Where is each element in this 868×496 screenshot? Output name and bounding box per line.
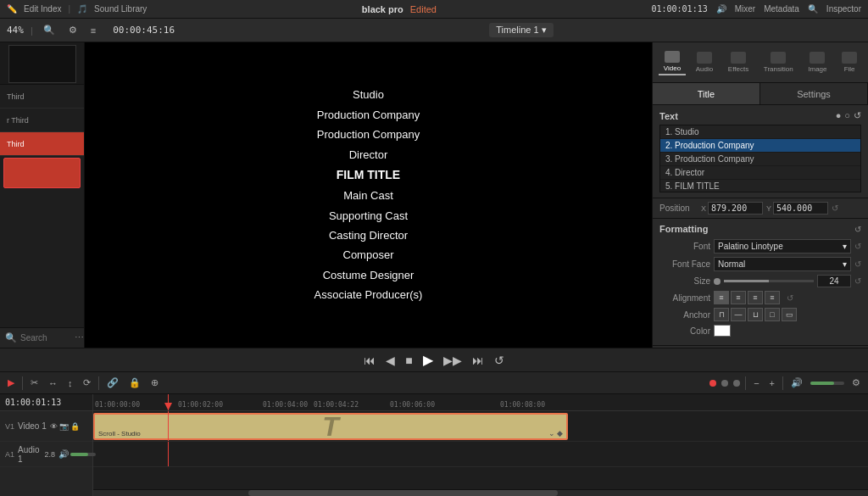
tab-audio[interactable]: Audio <box>691 50 718 75</box>
rewind-btn[interactable]: ◀ <box>386 354 395 367</box>
anchor-btn3[interactable]: ⊔ <box>748 308 763 321</box>
size-slider[interactable] <box>724 280 814 282</box>
pos-x-field: X <box>701 202 763 215</box>
pos-x-input[interactable] <box>708 202 763 215</box>
video-eye-icon[interactable]: 👁 <box>50 422 58 431</box>
font-face-select[interactable]: Normal ▾ <box>714 257 851 271</box>
stop-btn[interactable]: ■ <box>405 354 412 367</box>
tab-image[interactable]: Image <box>803 50 832 75</box>
text-item-2[interactable]: 3. Production Company <box>660 153 860 166</box>
anchor-btn5[interactable]: ▭ <box>782 308 797 321</box>
text-action-reset[interactable]: ↺ <box>854 110 861 121</box>
gear-icon[interactable]: ⚙ <box>65 23 81 37</box>
alignment-reset[interactable]: ↺ <box>787 293 793 303</box>
inspector-label[interactable]: Inspector <box>826 4 861 14</box>
pos-y-input[interactable] <box>773 202 828 215</box>
clip-label: Scroll - Studio <box>98 430 141 437</box>
rp-scroll-area[interactable]: Text ● ○ ↺ 1. Studio 2. Production Compa… <box>653 105 868 348</box>
text-item-4[interactable]: 5. FILM TITLE <box>660 180 860 192</box>
list-icon[interactable]: ≡ <box>87 24 99 37</box>
ff-btn[interactable]: ▶▶ <box>443 354 462 367</box>
tl-zoom-in[interactable]: + <box>767 376 777 390</box>
nav-tab-title[interactable]: Title <box>653 83 760 104</box>
panel-item-third1[interactable]: Third <box>0 85 84 109</box>
timeline-scrollbar[interactable] <box>93 489 868 496</box>
loop-btn[interactable]: ↺ <box>494 354 504 367</box>
tl-lock-btn[interactable]: 🔒 <box>126 376 143 390</box>
skip-fwd-btn[interactable]: ⏭ <box>472 354 484 367</box>
text-section-title: Text <box>659 111 678 121</box>
metadata-label[interactable]: Metadata <box>764 4 799 14</box>
text-item-1[interactable]: 2. Production Company <box>660 139 860 153</box>
align-justify-btn[interactable]: ≡ <box>765 291 780 304</box>
tab-video[interactable]: Video <box>659 49 686 75</box>
credit-film-title: FILM TITLE <box>314 164 423 186</box>
search-icon-left[interactable]: 🔍 <box>5 332 17 343</box>
tl-slip-tool[interactable]: ↕ <box>65 376 75 390</box>
align-right-btn[interactable]: ≡ <box>748 291 763 304</box>
edit-index-label[interactable]: Edit Index <box>24 4 61 14</box>
ruler-mark-5: 01:00:08:00 <box>500 394 545 410</box>
search-icon[interactable]: 🔍 <box>40 23 58 37</box>
font-chevron: ▾ <box>843 242 847 251</box>
video-lock-icon[interactable]: 🔒 <box>70 422 80 431</box>
tl-trim-tool[interactable]: ↔ <box>46 376 60 390</box>
left-panel-items: Third r Third Third <box>0 85 84 327</box>
skip-back-btn[interactable]: ⏮ <box>364 354 376 367</box>
vol-speaker-icon[interactable]: 🔊 <box>58 449 69 459</box>
text-list[interactable]: 1. Studio 2. Production Company 3. Produ… <box>659 125 861 192</box>
audio-track-name: Audio 1 <box>18 445 40 464</box>
text-action-dot1[interactable]: ● <box>836 110 842 121</box>
volume-slider[interactable] <box>810 382 844 385</box>
play-btn[interactable]: ▶ <box>423 352 433 368</box>
tl-zoom-out[interactable]: − <box>751 376 761 390</box>
font-select[interactable]: Palatino Linotype ▾ <box>714 239 851 254</box>
align-center-btn[interactable]: ≡ <box>731 291 746 304</box>
tab-effects[interactable]: Effects <box>723 50 754 75</box>
tab-file[interactable]: File <box>837 50 862 75</box>
formatting-reset[interactable]: ↺ <box>854 225 861 234</box>
scrollbar-thumb[interactable] <box>248 490 559 496</box>
audio-track-label: A1 Audio 1 2.8 🔊 <box>0 442 92 467</box>
tl-razor-tool[interactable]: ✂ <box>28 376 41 390</box>
sound-library-label[interactable]: Sound Library <box>94 4 147 14</box>
nav-tab-settings[interactable]: Settings <box>760 83 868 104</box>
preview-content: Studio Production Company Production Com… <box>85 42 652 348</box>
tl-snap-btn[interactable]: ⊕ <box>148 376 161 390</box>
text-action-dot2[interactable]: ○ <box>844 110 850 121</box>
vol-icon[interactable]: 🔊 <box>788 376 805 390</box>
tl-settings-btn[interactable]: ⚙ <box>849 376 863 390</box>
size-reset[interactable]: ↺ <box>854 276 861 286</box>
tl-speed-tool[interactable]: ⟳ <box>81 376 93 390</box>
clip-letter: T <box>322 413 339 440</box>
panel-item-third3[interactable]: Third <box>0 132 84 156</box>
ruler-mark-0: 01:00:00:00 <box>95 394 140 410</box>
anchor-btn4[interactable]: □ <box>765 308 780 321</box>
vol-bar[interactable] <box>70 453 96 456</box>
clip-block[interactable]: T Scroll - Studio ⌄ ◆ <box>93 413 568 440</box>
face-reset[interactable]: ↺ <box>854 259 861 269</box>
video-camera-icon[interactable]: 📷 <box>59 422 69 431</box>
font-reset[interactable]: ↺ <box>854 242 861 251</box>
more-icon[interactable]: ⋯ <box>75 332 84 343</box>
inspector-icon-tabs: Video Audio Effects Transition Image Fil… <box>653 42 868 83</box>
timeline-toolbar: ▶ ✂ ↔ ↕ ⟳ 🔗 🔒 ⊕ − + 🔊 ⚙ <box>0 372 868 394</box>
video-track-label: V1 Video 1 👁 📷 🔒 <box>0 411 92 442</box>
tl-link-btn[interactable]: 🔗 <box>104 376 121 390</box>
search-input[interactable] <box>20 333 71 343</box>
size-input[interactable] <box>817 275 851 287</box>
text-item-3[interactable]: 4. Director <box>660 166 860 180</box>
position-reset-btn[interactable]: ↺ <box>832 203 838 213</box>
align-left-btn[interactable]: ≡ <box>714 291 729 304</box>
timeline-label[interactable]: Timeline 1 ▾ <box>489 23 553 37</box>
text-item-0[interactable]: 1. Studio <box>660 125 860 139</box>
anchor-btn2[interactable]: — <box>731 308 746 321</box>
project-name[interactable]: black pro <box>362 4 403 14</box>
tl-arrow-tool[interactable]: ▶ <box>5 376 17 390</box>
anchor-btn1[interactable]: ⊓ <box>714 308 729 321</box>
audio-track-row <box>93 442 868 467</box>
color-swatch[interactable] <box>714 325 731 337</box>
panel-item-third2[interactable]: r Third <box>0 109 84 132</box>
tab-transition[interactable]: Transition <box>759 50 798 75</box>
mixer-label[interactable]: Mixer <box>735 4 755 14</box>
